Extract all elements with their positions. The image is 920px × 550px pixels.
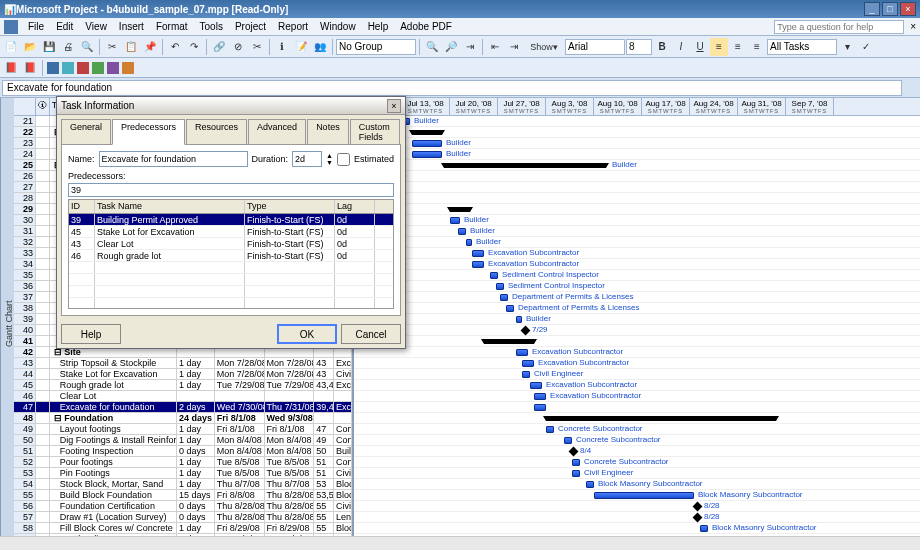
minimize-button[interactable]: _ [864, 2, 880, 16]
milestone-icon[interactable] [693, 502, 703, 512]
ok-button[interactable]: OK [277, 324, 337, 344]
menu-adobe[interactable]: Adobe PDF [394, 19, 458, 34]
close-button[interactable]: × [900, 2, 916, 16]
gantt-row[interactable]: Civil Engineer [354, 468, 920, 479]
table-row[interactable]: 46Clear Lot [14, 391, 352, 402]
dialog-title-bar[interactable]: Task Information × [57, 97, 405, 115]
swatch-purple[interactable] [107, 62, 119, 74]
table-row[interactable]: 55Build Block Foundation15 daysFri 8/8/0… [14, 490, 352, 501]
pdf-icon[interactable]: 📕 [2, 59, 20, 77]
task-bar[interactable] [564, 437, 572, 444]
outdent-icon[interactable]: ⇤ [486, 38, 504, 56]
pred-entry[interactable]: 39 [68, 183, 394, 197]
task-bar[interactable] [594, 492, 694, 499]
task-name-input[interactable] [99, 151, 248, 167]
print-icon[interactable]: 🖨 [59, 38, 77, 56]
table-row[interactable]: 47Excavate for foundation2 daysWed 7/30/… [14, 402, 352, 413]
open-icon[interactable]: 📂 [21, 38, 39, 56]
task-bar[interactable] [546, 426, 554, 433]
menu-file[interactable]: File [22, 19, 50, 34]
gantt-row[interactable]: Builder [354, 314, 920, 325]
tab-predecessors[interactable]: Predecessors [112, 119, 185, 145]
underline-icon[interactable]: U [691, 38, 709, 56]
align-right-icon[interactable]: ≡ [748, 38, 766, 56]
menu-tools[interactable]: Tools [194, 19, 229, 34]
bold-icon[interactable]: B [653, 38, 671, 56]
menu-report[interactable]: Report [272, 19, 314, 34]
gantt-row[interactable]: Civil Engineer [354, 369, 920, 380]
gantt-row[interactable]: Excavation Subcontractor [354, 380, 920, 391]
italic-icon[interactable]: I [672, 38, 690, 56]
col-indicator[interactable]: 🛈 [36, 98, 50, 115]
gantt-row[interactable]: 8/28 [354, 501, 920, 512]
gantt-row[interactable]: Block Masonry Subcontractor [354, 523, 920, 534]
task-bar[interactable] [516, 349, 528, 356]
summary-bar[interactable] [546, 416, 776, 421]
gantt-row[interactable]: Excavation Subcontractor [354, 248, 920, 259]
task-bar[interactable] [472, 261, 484, 268]
gantt-row[interactable] [354, 336, 920, 347]
table-row[interactable]: 50Dig Footings & Install Reinforcing1 da… [14, 435, 352, 446]
task-bar[interactable] [534, 404, 546, 411]
entry-field[interactable]: Excavate for foundation [2, 80, 902, 96]
help-search-input[interactable] [774, 20, 904, 34]
table-row[interactable]: 54Stock Block, Mortar, Sand1 dayThu 8/7/… [14, 479, 352, 490]
doc-close-button[interactable]: × [910, 21, 916, 32]
gantt-row[interactable] [354, 171, 920, 182]
menu-insert[interactable]: Insert [113, 19, 150, 34]
gantt-row[interactable]: Excavation Subcontractor [354, 259, 920, 270]
gantt-row[interactable]: Builder [354, 149, 920, 160]
task-bar[interactable] [522, 360, 534, 367]
gantt-row[interactable]: Builder [354, 237, 920, 248]
tab-custom[interactable]: Custom Fields [350, 119, 400, 144]
swatch-red[interactable] [77, 62, 89, 74]
menu-window[interactable]: Window [314, 19, 362, 34]
pcol-name[interactable]: Task Name [95, 200, 245, 213]
dialog-close-icon[interactable]: × [387, 99, 401, 113]
gantt-row[interactable]: 8/28 [354, 512, 920, 523]
table-row[interactable]: 49Layout footings1 dayFri 8/1/08Fri 8/1/… [14, 424, 352, 435]
gantt-row[interactable]: 8/4 [354, 446, 920, 457]
paste-icon[interactable]: 📌 [141, 38, 159, 56]
table-row[interactable]: 45Rough grade lot1 dayTue 7/29/08Tue 7/2… [14, 380, 352, 391]
task-bar[interactable] [466, 239, 472, 246]
tab-notes[interactable]: Notes [307, 119, 349, 144]
table-row[interactable]: 56Foundation Certification0 daysThu 8/28… [14, 501, 352, 512]
gantt-row[interactable]: Block Masonry Subcontractor [354, 490, 920, 501]
table-row[interactable]: 58Fill Block Cores w/ Concrete1 dayFri 8… [14, 523, 352, 534]
help-button[interactable]: Help [61, 324, 121, 344]
summary-bar[interactable] [450, 207, 470, 212]
gantt-row[interactable]: 7/29 [354, 325, 920, 336]
estimated-checkbox[interactable] [337, 153, 350, 166]
redo-icon[interactable]: ↷ [185, 38, 203, 56]
swatch-cyan[interactable] [62, 62, 74, 74]
duration-input[interactable] [292, 151, 322, 167]
gantt-row[interactable]: Builder [354, 116, 920, 127]
gantt-row[interactable]: Sediment Control Inspector [354, 281, 920, 292]
tab-resources[interactable]: Resources [186, 119, 247, 144]
filter-combo[interactable]: All Tasks [767, 39, 837, 55]
task-bar[interactable] [530, 382, 542, 389]
copy-icon[interactable]: 📋 [122, 38, 140, 56]
summary-bar[interactable] [412, 130, 442, 135]
menu-project[interactable]: Project [229, 19, 272, 34]
table-row[interactable]: 53Pin Footings1 dayTue 8/5/08Tue 8/5/085… [14, 468, 352, 479]
task-bar[interactable] [572, 459, 580, 466]
gantt-row[interactable]: Excavation Subcontractor [354, 358, 920, 369]
task-bar[interactable] [572, 470, 580, 477]
gantt-row[interactable]: Excavation Subcontractor [354, 391, 920, 402]
group-combo[interactable]: No Group [336, 39, 416, 55]
gantt-row[interactable]: Concrete Subcontractor [354, 424, 920, 435]
task-bar[interactable] [450, 217, 460, 224]
table-row[interactable]: 51Footing Inspection0 daysMon 8/4/08Mon … [14, 446, 352, 457]
size-combo[interactable]: 8 [626, 39, 652, 55]
predecessor-row[interactable]: 39Building Permit ApprovedFinish-to-Star… [69, 214, 393, 226]
gantt-row[interactable] [354, 127, 920, 138]
gantt-row[interactable]: Department of Permits & Licenses [354, 292, 920, 303]
menu-view[interactable]: View [79, 19, 113, 34]
notes-icon[interactable]: 📝 [292, 38, 310, 56]
menu-format[interactable]: Format [150, 19, 194, 34]
gantt-row[interactable]: Builder [354, 138, 920, 149]
duration-spinner[interactable]: ▲▼ [326, 152, 333, 166]
cancel-button[interactable]: Cancel [341, 324, 401, 344]
